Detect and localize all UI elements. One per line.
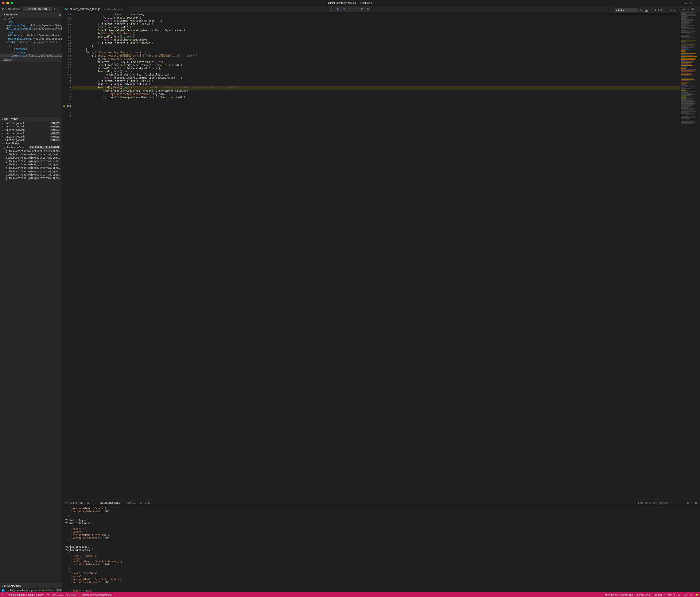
stack-frame[interactable]: github.com/onsi/ginkgo/internal/specrunn… (0, 173, 62, 176)
diff-icon[interactable]: ⇆ (682, 7, 684, 10)
problems-badge: 2 (79, 502, 83, 504)
stack-frame[interactable]: github.com/onsi/ginkgo/internal/leafnode… (0, 153, 62, 156)
chevron-down-icon[interactable]: ⌄ (49, 8, 50, 10)
callstack-header[interactable]: ⌄ CALL STACK (0, 117, 62, 121)
variable-row[interactable]: deleteClusterNWait: github.com/apecloud/… (0, 27, 62, 30)
thread-row[interactable]: ›runtime.goparkPAUSED (0, 132, 62, 135)
find-input[interactable] (615, 8, 638, 13)
minimize-window-button[interactable] (6, 2, 9, 4)
more-icon[interactable]: ⋯ (58, 8, 60, 10)
drag-handle-icon[interactable]: ⋮⋮ (330, 7, 334, 11)
thread-group[interactable]: ⌄github.com/apecloud/kubeblocks/c…PAUSED… (0, 145, 62, 149)
cursor-position[interactable]: Ln 998, Col 1 (636, 593, 650, 596)
errors-warnings[interactable]: ⊘ 0 ⚠ 2 (66, 593, 76, 596)
encoding[interactable]: UTF-8 (668, 593, 675, 596)
variables-header[interactable]: ⌄ VARIABLES ⊟ (0, 12, 62, 17)
stack-frame[interactable]: github.com/onsi/ginkgo/internal/specrunn… (0, 176, 62, 180)
variable-row[interactable]: ›key: (0, 30, 62, 34)
variable-row[interactable]: ›fetchedClusterG1: <*github.com/apecloud… (0, 37, 62, 41)
continue-icon[interactable]: ▷ (336, 7, 340, 11)
split-editor-icon[interactable]: ▯▯ (691, 7, 694, 10)
find-in-selection-icon[interactable]: ≡ (670, 9, 672, 12)
step-into-icon[interactable]: ↓ (348, 7, 352, 11)
start-debug-icon[interactable]: ▷ (25, 8, 26, 10)
customize-layout-icon[interactable]: ⋯ (695, 1, 698, 5)
variable-row[interactable]: ›ListMeta: (0, 51, 62, 54)
layout-panel-icon[interactable]: ▢ (679, 1, 683, 5)
tab-gitlens[interactable]: GITLENS (140, 502, 150, 504)
go-back-icon[interactable]: ↶ (678, 7, 680, 10)
breakpoints-header[interactable]: ⌄ BREAKPOINTS (0, 583, 62, 588)
go-version[interactable]: Go 1.19.2 (52, 593, 63, 596)
restart-icon[interactable]: ↻ (360, 7, 364, 11)
code-area[interactable]: Name: sts.Name, }, sts)).Should(Succeed(… (73, 12, 680, 500)
breakpoint-row[interactable]: cluster_controller_test.go controllers/d… (0, 588, 62, 592)
regex-toggle[interactable]: .* (650, 9, 653, 11)
find-widget[interactable]: › Aa ab .* 1 of 36 ↑ ↓ ≡ ✕ (609, 7, 677, 13)
variable-row[interactable]: ⌄ : (0, 44, 62, 47)
git-branch[interactable]: ᛘ feature/support_debug_envtest*+ (6, 593, 44, 596)
thread-row[interactable]: ›runtime.goparkPAUSED (0, 121, 62, 125)
close-window-button[interactable] (2, 2, 5, 4)
variable-row[interactable]: Items: nil <[]k8s.io/api/apps/v1.Statefu… (0, 54, 62, 57)
feedback-icon[interactable]: ☺ (690, 593, 693, 596)
code-editor[interactable]: 2928272625242322212019181716151413121110… (62, 12, 700, 500)
thread-row[interactable]: ›time.Sleep (0, 142, 62, 145)
tab-debug-console[interactable]: DEBUG CONSOLE (100, 502, 121, 504)
find-prev-icon[interactable]: ↑ (664, 9, 666, 12)
stack-frame[interactable]: github.com/onsi/ginkgo/internal/spec.(*S… (0, 163, 62, 166)
lang-mode[interactable]: Go (684, 593, 687, 596)
find-next-icon[interactable]: ↓ (667, 9, 668, 12)
more-icon[interactable]: ⋯ (696, 7, 698, 10)
layout-sidebar-icon[interactable]: ▭ (684, 1, 688, 5)
variable-row[interactable]: ›toCreate: <*github.com/apecloud/kubeblo… (0, 34, 62, 37)
whole-word-toggle[interactable]: ab (645, 9, 648, 11)
remote-indicator[interactable]: ⎘ (2, 593, 3, 596)
variable-row[interactable]: ›ctx: (0, 20, 62, 24)
tab-problems[interactable]: PROBLEMS 2 (65, 502, 83, 504)
breakpoint-checkbox[interactable] (2, 589, 4, 592)
eol[interactable]: LF (678, 593, 681, 596)
step-over-icon[interactable]: ↷ (342, 7, 346, 11)
notifications-icon[interactable]: 🔔 (695, 593, 698, 596)
thread-row[interactable]: ›runtime.goparkPAUSED (0, 128, 62, 132)
variable-row[interactable]: ›TypeMeta: (0, 47, 62, 51)
panel-filter[interactable] (638, 501, 680, 504)
thread-row[interactable]: ›runtime.goparkPAUSED (0, 135, 62, 138)
variables-scope-local[interactable]: ⌄Local (0, 17, 62, 20)
thread-row[interactable]: ›runtime.goparkPAUSED (0, 125, 62, 128)
stack-frame[interactable]: github.com/apecloud/kubeblocks/controlle… (0, 149, 62, 153)
debug-console-output[interactable]: "evaluateName": "stsList", "variablesRef… (62, 506, 700, 592)
collapse-panel-icon[interactable]: ⌃ (691, 501, 693, 504)
debug-target[interactable]: 🐞 debug envtest (kubeblocks) (79, 593, 112, 596)
collapse-icon[interactable]: ⊟ (59, 13, 61, 16)
editor-tab[interactable]: GO cluster_controller_test.go controller… (62, 6, 129, 12)
run-file-icon[interactable]: ▷ (687, 7, 689, 10)
maximize-window-button[interactable] (10, 2, 13, 4)
stack-frame[interactable]: github.com/onsi/ginkgo/internal/leafnode… (0, 160, 62, 163)
indent-setting[interactable]: Tab Size: 4 (653, 593, 665, 596)
thread-row[interactable]: ›runtime.goparkPAUSED (0, 138, 62, 142)
clear-console-icon[interactable]: ≡ (687, 501, 689, 504)
variable-row[interactable]: newClusterObj: github.com/apecloud/kubeb… (0, 24, 62, 27)
gear-icon[interactable]: ⚙ (54, 8, 56, 10)
tab-terminal[interactable]: TERMINAL (124, 502, 136, 504)
close-find-icon[interactable]: ✕ (673, 9, 675, 12)
match-case-toggle[interactable]: Aa (640, 9, 643, 11)
stack-frame[interactable]: github.com/onsi/ginkgo/internal/leafnode… (0, 156, 62, 160)
tab-output[interactable]: OUTPUT (87, 502, 97, 504)
stack-frame[interactable]: github.com/onsi/ginkgo/internal/specrunn… (0, 170, 62, 173)
stack-frame[interactable]: github.com/onsi/ginkgo/internal/spec.(*S… (0, 166, 62, 170)
sync-icon[interactable]: ⟳ (47, 593, 49, 596)
close-panel-icon[interactable]: ✕ (695, 501, 697, 504)
stop-icon[interactable]: ⎋ (366, 7, 370, 11)
layout-grid-icon[interactable]: ⊞ (690, 1, 693, 5)
git-blame[interactable]: ◆ heng4fun, 3 weeks ago (605, 593, 633, 596)
variable-row[interactable]: ⌄stsList: <*k8s.io/api/apps/v1.StatefulS… (0, 41, 62, 44)
watch-header[interactable]: ⌄ WATCH (0, 57, 62, 62)
panel-filter-input[interactable] (638, 501, 680, 504)
minimap[interactable] (680, 12, 700, 500)
debug-config-dropdown[interactable]: ▷ debug envtest ⌄ (23, 7, 52, 11)
expand-replace-icon[interactable]: › (610, 9, 613, 12)
step-out-icon[interactable]: ↑ (354, 7, 358, 11)
